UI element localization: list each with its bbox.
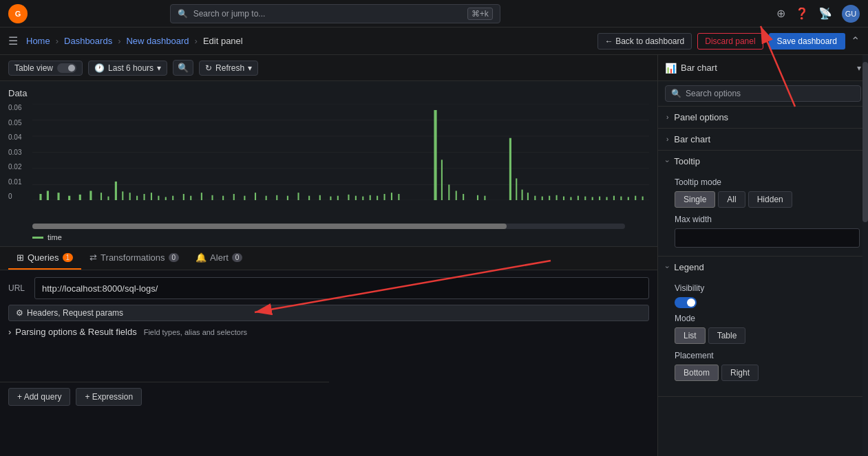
tooltip-hidden-button[interactable]: Hidden [748, 191, 792, 208]
breadcrumb-edit-panel: Edit panel [203, 36, 243, 46]
breadcrumb-actions: ← Back to dashboard Discard panel Save d… [597, 33, 860, 50]
legend-header[interactable]: › Legend [658, 257, 868, 278]
bar-chart-header[interactable]: › Bar chart [658, 129, 868, 150]
help-icon[interactable]: ❓ [795, 7, 809, 20]
svg-rect-32 [233, 194, 235, 200]
svg-rect-42 [337, 196, 339, 200]
hamburger-menu-icon[interactable]: ☰ [8, 34, 18, 47]
placement-right-button[interactable]: Right [721, 365, 759, 381]
tab-transformations[interactable]: ⇄ Transformations 0 [81, 247, 187, 270]
collapse-button[interactable]: ⌃ [851, 34, 860, 47]
svg-rect-26 [172, 196, 173, 200]
svg-rect-40 [319, 195, 321, 200]
table-view-label: Table view [14, 63, 53, 73]
headers-button[interactable]: ⚙ Headers, Request params [8, 305, 649, 321]
bar-chart-section: › Bar chart [658, 129, 868, 151]
legend-label: time [47, 233, 62, 241]
discard-panel-button[interactable]: Discard panel [697, 33, 763, 50]
tab-queries[interactable]: ⊞ Queries 1 [8, 247, 81, 270]
refresh-button[interactable]: ↻ Refresh ▾ [199, 61, 258, 76]
mode-list-button[interactable]: List [675, 327, 706, 344]
add-query-button[interactable]: + Add query [8, 388, 70, 406]
right-panel: 📊 Bar chart ▾ 🔍 Search options › Panel o… [657, 55, 868, 456]
time-range-picker[interactable]: 🕐 Last 6 hours ▾ [88, 61, 167, 76]
right-panel-scrollbar-thumb[interactable] [862, 62, 868, 222]
svg-rect-31 [222, 196, 224, 200]
svg-rect-63 [542, 197, 543, 200]
panel-options-header[interactable]: › Panel options [658, 107, 868, 128]
svg-rect-65 [556, 195, 558, 200]
queries-badge: 1 [63, 253, 74, 262]
queries-icon: ⊞ [17, 252, 24, 263]
save-dashboard-button[interactable]: Save dashboard [769, 33, 845, 50]
svg-rect-47 [377, 196, 378, 200]
table-view-toggle[interactable]: Table view [8, 61, 83, 76]
tab-transformations-label: Transformations [100, 252, 165, 263]
svg-rect-62 [534, 196, 536, 200]
breadcrumb-new-dashboard[interactable]: New dashboard [126, 36, 189, 46]
svg-rect-64 [549, 196, 550, 200]
url-row: URL [8, 277, 649, 299]
table-view-toggle-switch[interactable] [57, 63, 76, 73]
breadcrumb-dashboards[interactable]: Dashboards [64, 36, 112, 46]
bell-icon[interactable]: 📡 [818, 7, 832, 20]
url-input[interactable] [34, 277, 649, 299]
tooltip-all-button[interactable]: All [718, 191, 745, 208]
tooltip-content: Tooltip mode Single All Hidden Max width [658, 172, 868, 256]
svg-rect-28 [190, 196, 191, 200]
chart-scrollbar[interactable] [32, 224, 625, 229]
svg-rect-15 [89, 191, 92, 200]
tooltip-single-button[interactable]: Single [675, 191, 715, 208]
svg-rect-11 [47, 191, 49, 200]
svg-rect-18 [115, 182, 117, 200]
refresh-chevron: ▾ [248, 63, 252, 73]
avatar[interactable]: GU [842, 5, 860, 23]
svg-rect-50 [398, 194, 399, 200]
mode-group: List Table [675, 327, 860, 344]
svg-rect-43 [348, 195, 349, 200]
chart-legend: time [8, 233, 649, 241]
svg-rect-67 [570, 197, 571, 200]
refresh-label: Refresh [215, 63, 244, 73]
left-panel: Table view 🕐 Last 6 hours ▾ 🔍 ↻ Refresh … [0, 55, 657, 456]
svg-rect-21 [136, 196, 138, 200]
svg-rect-38 [297, 193, 299, 200]
svg-rect-33 [244, 196, 245, 200]
svg-rect-74 [620, 197, 622, 200]
legend-content: Visibility Mode List Table Placement Bot… [658, 278, 868, 396]
legend-chevron-icon: › [664, 266, 671, 268]
legend-section: › Legend Visibility Mode List Table Plac… [658, 257, 868, 397]
max-width-input[interactable] [675, 228, 860, 248]
mode-table-button[interactable]: Table [708, 327, 746, 344]
visibility-toggle[interactable] [675, 297, 697, 308]
tab-alert[interactable]: 🔔 Alert 0 [187, 247, 251, 270]
visibility-label: Visibility [675, 283, 860, 293]
svg-rect-46 [370, 195, 371, 200]
time-range-chevron: ▾ [157, 63, 161, 73]
svg-rect-57 [484, 196, 485, 200]
placement-bottom-button[interactable]: Bottom [675, 365, 719, 381]
main-layout: Table view 🕐 Last 6 hours ▾ 🔍 ↻ Refresh … [0, 55, 868, 456]
breadcrumb-home[interactable]: Home [26, 36, 50, 46]
back-to-dashboard-button[interactable]: ← Back to dashboard [597, 33, 692, 50]
panel-type-selector[interactable]: 📊 Bar chart ▾ [658, 55, 868, 81]
url-label: URL [8, 283, 29, 293]
svg-rect-36 [276, 195, 277, 200]
search-bar[interactable]: 🔍 Search or jump to... ⌘+k [170, 4, 500, 23]
zoom-out-button[interactable]: 🔍 [173, 60, 193, 76]
alert-icon: 🔔 [195, 252, 207, 263]
svg-rect-37 [287, 196, 288, 200]
plus-icon[interactable]: ⊕ [776, 7, 785, 20]
parsing-row[interactable]: › Parsing options & Result fields Field … [8, 327, 649, 337]
top-nav: G 🔍 Search or jump to... ⌘+k ⊕ ❓ 📡 GU [0, 0, 868, 28]
tooltip-label: Tooltip [674, 156, 700, 166]
svg-rect-19 [122, 191, 123, 200]
visibility-toggle-row [675, 297, 860, 308]
breadcrumb-sep-1: › [56, 36, 59, 46]
legend-section-label: Legend [674, 262, 703, 272]
tooltip-header[interactable]: › Tooltip [658, 151, 868, 172]
chart-svg [32, 104, 649, 200]
search-options-input[interactable]: 🔍 Search options [665, 85, 861, 102]
chart-scrollbar-thumb [32, 224, 507, 229]
expression-button[interactable]: + Expression [76, 388, 142, 406]
